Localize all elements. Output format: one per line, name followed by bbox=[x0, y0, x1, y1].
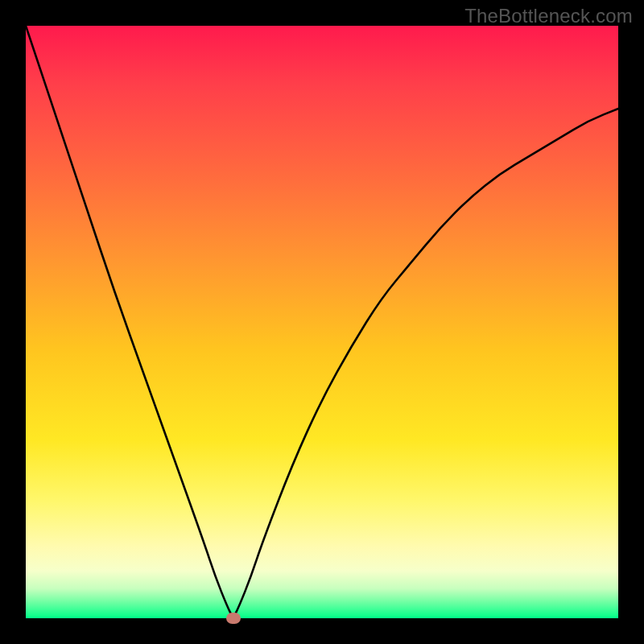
minimum-marker bbox=[226, 613, 241, 624]
bottleneck-curve bbox=[26, 26, 618, 618]
chart-container: TheBottleneck.com bbox=[0, 0, 644, 644]
plot-area bbox=[26, 26, 618, 618]
watermark-text: TheBottleneck.com bbox=[464, 5, 633, 27]
